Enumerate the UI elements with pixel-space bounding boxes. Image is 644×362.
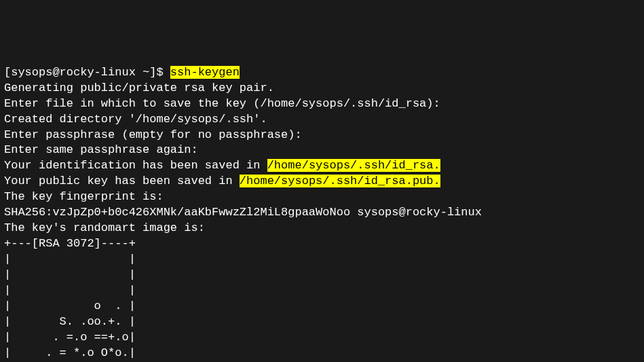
prompt-user-host: sysops@rocky-linux ~ [11, 66, 149, 79]
fingerprint-line: SHA256:vzJpZp0+b0c426XMNk/aaKbFwwzZl2MiL… [4, 205, 640, 221]
command-text: ssh-keygen [170, 66, 240, 79]
saved-private-key-path: /home/sysops/.ssh/id_rsa. [267, 159, 440, 172]
prompt-close-bracket: ] [149, 66, 156, 79]
output-text: Your public key has been saved in [4, 175, 240, 187]
output-text: Your identification has been saved in [4, 159, 267, 172]
output-line: Enter same passphrase again: [4, 143, 640, 158]
output-line: Generating public/private rsa key pair. [4, 81, 640, 96]
prompt-open-bracket: [ [4, 66, 11, 79]
prompt-dollar: $ [156, 66, 170, 79]
output-line: Created directory '/home/sysops/.ssh'. [4, 112, 640, 128]
output-line: Enter file in which to save the key (/ho… [4, 96, 640, 112]
output-line: Your identification has been saved in /h… [4, 158, 640, 174]
randomart-line: | . = *.o O*o.| [4, 346, 640, 361]
randomart-line: | . =.o ==+.o| [4, 330, 640, 346]
output-line: The key's randomart image is: [4, 221, 640, 236]
saved-public-key-path: /home/sysops/.ssh/id_rsa.pub. [240, 175, 440, 187]
randomart-line: | o . | [4, 299, 640, 314]
output-line: Your public key has been saved in /home/… [4, 174, 640, 189]
output-line: The key fingerprint is: [4, 189, 640, 205]
terminal-output: [sysops@rocky-linux ~]$ ssh-keygenGenera… [4, 65, 640, 362]
output-line: Enter passphrase (empty for no passphras… [4, 128, 640, 143]
randomart-line: | | [4, 252, 640, 268]
randomart-line: | | [4, 268, 640, 283]
randomart-line: | S. .oo.+. | [4, 314, 640, 330]
prompt-line[interactable]: [sysops@rocky-linux ~]$ ssh-keygen [4, 65, 640, 81]
randomart-line: +---[RSA 3072]----+ [4, 236, 640, 252]
randomart-line: | | [4, 283, 640, 299]
